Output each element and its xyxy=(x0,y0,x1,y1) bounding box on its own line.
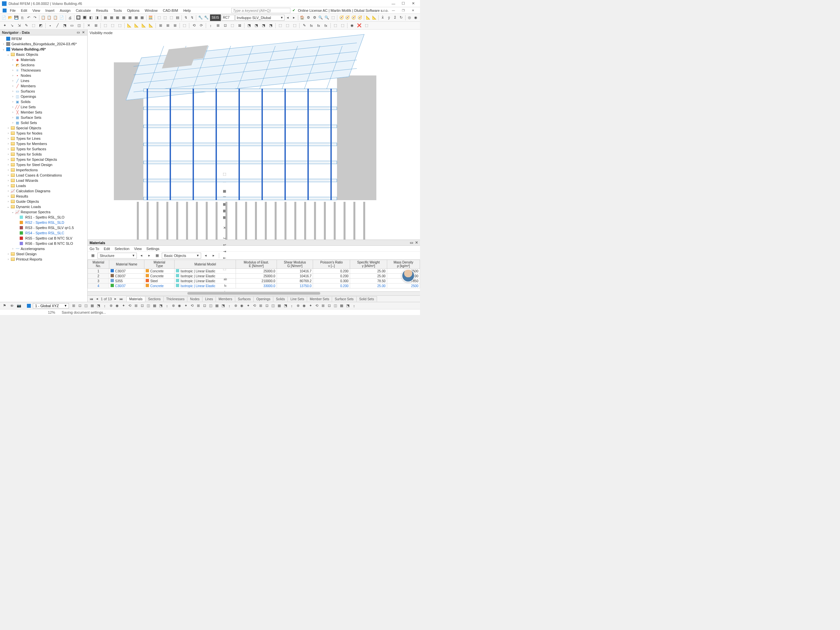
tb1b-btn-0[interactable]: ◂ xyxy=(285,14,291,21)
combo2-next-button[interactable]: ▸ xyxy=(210,252,217,259)
tb2-btn-10[interactable]: ▭ xyxy=(69,22,75,29)
load-combo[interactable]: Inviluppo SLV_Dlubal▾ xyxy=(235,15,284,21)
tb1-btn-34[interactable]: ↯ xyxy=(183,14,189,21)
tb2-btn-47[interactable]: ⬚ xyxy=(291,22,298,29)
tree-item[interactable]: ⌄Basic Objects xyxy=(0,52,87,57)
tab-materials[interactable]: Materials xyxy=(126,296,146,302)
tb2-btn-26[interactable]: ⊞ xyxy=(164,22,171,29)
pager-first-button[interactable]: ⏮ xyxy=(89,297,93,301)
menu-insert[interactable]: Insert xyxy=(43,8,57,13)
keyword-search-input[interactable]: Type a keyword (Alt+Q) xyxy=(231,8,291,13)
sb-icon-37[interactable]: ◉ xyxy=(302,303,307,308)
tab-nodes[interactable]: Nodes xyxy=(187,296,202,302)
tb1b-btn-21[interactable]: ↻ xyxy=(399,14,404,21)
menu-view[interactable]: View xyxy=(30,8,43,13)
tb2-btn-43[interactable]: ⬔ xyxy=(267,22,274,29)
navigator-tree[interactable]: RFEM›Gewinkeltes_Bürogebäude_2024-03.rf6… xyxy=(0,35,87,302)
tb1-btn-30[interactable]: ⬚ xyxy=(163,14,168,21)
tree-item[interactable]: ⌄Dynamic Loads xyxy=(0,204,87,209)
tb2-btn-8[interactable]: ╱ xyxy=(54,22,61,29)
tb1b-btn-24[interactable]: ◉ xyxy=(413,14,419,21)
menu-options[interactable]: Options xyxy=(124,8,142,13)
sb-icon-2[interactable]: ◫ xyxy=(83,303,88,308)
sb-icon-6[interactable]: ⊗ xyxy=(108,303,114,308)
mp-menu-settings[interactable]: Settings xyxy=(146,247,159,251)
tb1b-btn-18[interactable]: x̂ xyxy=(380,14,385,21)
tab-member-sets[interactable]: Member Sets xyxy=(307,296,332,302)
sb-icon-4[interactable]: ⬔ xyxy=(96,303,101,308)
tb1b-btn-8[interactable]: ⬚ xyxy=(330,14,336,21)
tb1-btn-4[interactable]: ↶ xyxy=(26,14,32,21)
sb-icon-35[interactable]: ↕ xyxy=(289,303,294,308)
tree-item[interactable]: ›Types for Members xyxy=(0,141,87,146)
tb1-btn-19[interactable]: ▦ xyxy=(103,14,108,21)
tb1-btn-9[interactable]: 📋 xyxy=(53,14,58,21)
table-row[interactable]: 1C30/37ConcreteIsotropic | Linear Elasti… xyxy=(88,269,420,274)
tree-item[interactable]: ›Imperfections xyxy=(0,167,87,172)
tab-lines[interactable]: Lines xyxy=(202,296,216,302)
tree-item[interactable]: ›╳Member Sets xyxy=(0,110,87,115)
tb1-btn-7[interactable]: 📋 xyxy=(40,14,46,21)
sb-icon-21[interactable]: ⊡ xyxy=(202,303,207,308)
tb2-btn-58[interactable]: ❌ xyxy=(356,22,363,29)
tb1-btn-8[interactable]: 📋 xyxy=(47,14,52,21)
materials-close-button[interactable]: ✕ xyxy=(415,240,418,245)
sb-icon-7[interactable]: ◉ xyxy=(115,303,120,308)
tree-item[interactable]: ›▦Surface Sets xyxy=(0,115,87,120)
navigator-float-button[interactable]: ▭ xyxy=(76,30,80,35)
tb2-btn-22[interactable]: 📐 xyxy=(141,22,147,29)
tb2-btn-37[interactable]: ⬚ xyxy=(229,22,235,29)
tb2-btn-50[interactable]: fx xyxy=(308,22,315,29)
minimize-button[interactable]: — xyxy=(388,0,398,7)
tb1b-btn-4[interactable]: ⚙ xyxy=(306,14,311,21)
tree-item[interactable]: ›╱╱Line Sets xyxy=(0,104,87,110)
tb1-btn-14[interactable]: 🔲 xyxy=(76,14,81,21)
tb2-btn-35[interactable]: ⊞ xyxy=(215,22,221,29)
tb2-btn-57[interactable]: ◉ xyxy=(349,22,355,29)
tb2-btn-45[interactable]: ⬚ xyxy=(277,22,284,29)
tree-item[interactable]: ›Results xyxy=(0,194,87,199)
tb1-btn-37[interactable]: 🔧 xyxy=(197,14,203,21)
basic-objects-combo[interactable]: Basic Objects▾ xyxy=(162,253,201,259)
tb1-btn-25[interactable]: ▦ xyxy=(139,14,145,21)
sb-icon-36[interactable]: ⊗ xyxy=(295,303,300,308)
tb2-btn-17[interactable]: ⬚ xyxy=(109,22,116,29)
tb1-btn-31[interactable]: ⬚ xyxy=(169,14,174,21)
tree-item[interactable]: ⌄📈Response Spectra xyxy=(0,209,87,215)
tb1b-btn-12[interactable]: 🧭 xyxy=(351,14,357,21)
tab-openings[interactable]: Openings xyxy=(253,296,273,302)
tab-line-sets[interactable]: Line Sets xyxy=(287,296,307,302)
tree-item[interactable]: RFEM xyxy=(0,36,87,41)
tb2-btn-25[interactable]: ⊞ xyxy=(157,22,164,29)
tb2-btn-46[interactable]: ⬚ xyxy=(284,22,291,29)
tb1-btn-22[interactable]: ▦ xyxy=(121,14,127,21)
table-row[interactable]: 2C30/37ConcreteIsotropic | Linear Elasti… xyxy=(88,274,420,279)
pager-next-button[interactable]: ▸ xyxy=(113,297,118,301)
tree-item[interactable]: ›Printout Reports xyxy=(0,257,87,262)
tree-item[interactable]: ›▭Surfaces xyxy=(0,88,87,94)
tree-item[interactable]: ›〰Accelerograms xyxy=(0,246,87,251)
sb-icon-20[interactable]: ⊞ xyxy=(196,303,201,308)
tb2-btn-59[interactable]: ⬚ xyxy=(363,22,370,29)
tb1b-btn-16[interactable]: 📐 xyxy=(372,14,377,21)
tree-item[interactable]: RS1 - Spettro RSL_SLO xyxy=(0,215,87,220)
tab-thicknesses[interactable]: Thicknesses xyxy=(163,296,188,302)
tb2-btn-55[interactable]: ⬚ xyxy=(339,22,346,29)
tb2-btn-2[interactable]: ⇲ xyxy=(16,22,22,29)
tree-item[interactable]: ›Types for Nodes xyxy=(0,131,87,136)
menu-assign[interactable]: Assign xyxy=(57,8,73,13)
tb1b-btn-7[interactable]: 🔍 xyxy=(324,14,330,21)
tb1-btn-29[interactable]: ⬚ xyxy=(156,14,162,21)
sb-icon-18[interactable]: ✦ xyxy=(183,303,188,308)
tab-solid-sets[interactable]: Solid Sets xyxy=(356,296,377,302)
sb-icon-8[interactable]: ✦ xyxy=(121,303,126,308)
materials-float-button[interactable]: ▭ xyxy=(410,240,413,245)
rc-combo[interactable]: RC7 xyxy=(221,15,235,21)
mp-tb-13[interactable]: ⇥ xyxy=(221,248,228,255)
tb1-btn-32[interactable]: ▤ xyxy=(175,14,180,21)
table-row[interactable]: 3S355SteelIsotropic | Linear Elastic2100… xyxy=(88,279,420,284)
tb1b-btn-6[interactable]: 🔍 xyxy=(318,14,324,21)
seis-button[interactable]: SEIS xyxy=(210,14,221,21)
sb-icon-1[interactable]: ⊡ xyxy=(77,303,82,308)
materials-scrollbar[interactable] xyxy=(88,291,420,295)
